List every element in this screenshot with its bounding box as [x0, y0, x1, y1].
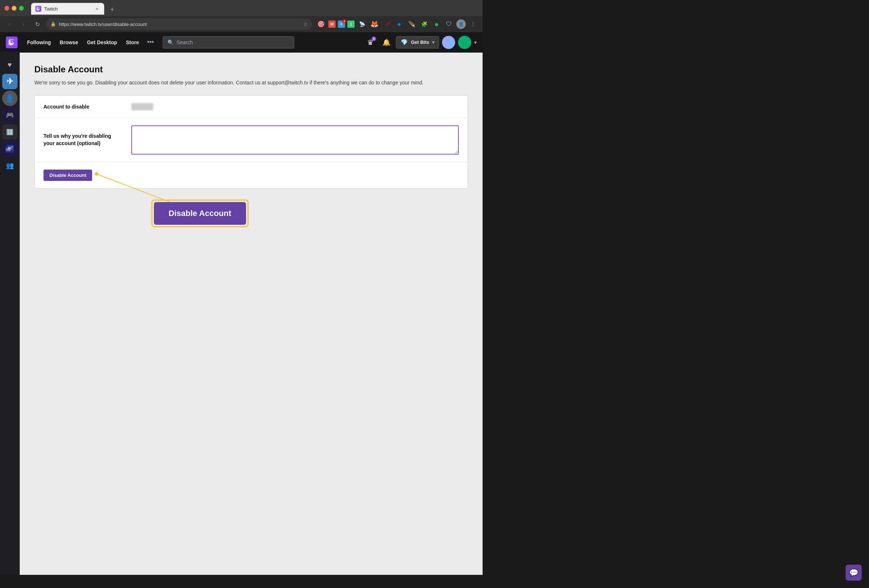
profile-button[interactable]: 👤 [456, 19, 466, 29]
disable-account-form: Account to disable Tell us why you're di… [34, 95, 468, 188]
puzzle-icon[interactable]: 🧩 [419, 19, 429, 29]
prime-badge: 8 [371, 37, 376, 41]
twitch-logo-icon [8, 39, 15, 46]
back-button[interactable]: ‹ [4, 19, 15, 29]
get-desktop-nav-link[interactable]: Get Desktop [83, 37, 121, 47]
sidebar-item-2[interactable]: 👤 [2, 90, 18, 106]
maximize-traffic-light[interactable] [19, 6, 24, 10]
user-menu-caret[interactable]: ▾ [474, 40, 477, 45]
firefox-icon[interactable]: 🦊 [369, 19, 380, 29]
ext-red-button[interactable]: M [328, 21, 336, 28]
sidebar-avatar-4: 🔢 [2, 124, 18, 139]
ext-green-button[interactable]: 1 [347, 21, 354, 28]
twitch-app: Following Browse Get Desktop Store ••• 🔍… [0, 32, 483, 575]
reason-textarea[interactable] [131, 125, 459, 155]
sidebar-item-5[interactable]: 🌌 [2, 141, 18, 156]
page-title: Disable Account [34, 64, 468, 74]
twitch-tab-icon [36, 7, 41, 11]
feather-icon[interactable]: 🪶 [406, 19, 417, 29]
ext-blue-button[interactable]: 8 8 [338, 21, 345, 28]
minimize-traffic-light[interactable] [12, 6, 16, 10]
reason-row: Tell us why you're disablingyour account… [35, 118, 467, 162]
sidebar-item-team[interactable]: 👥 [2, 158, 18, 173]
bits-gem-icon: 💎 [401, 39, 408, 46]
sidebar-avatar-5: 🌌 [2, 141, 18, 156]
browser-chrome: Twitch ✕ + ‹ › ↻ 🔒 https://www.twitch.tv… [0, 0, 483, 32]
shield-icon[interactable]: 🛡 [444, 19, 454, 29]
circle-icon[interactable]: ● [394, 19, 404, 29]
account-value-blurred [131, 103, 153, 110]
sidebar-item-4[interactable]: 🔢 [2, 124, 18, 139]
search-icon: 🔍 [168, 40, 174, 45]
twitch-navbar: Following Browse Get Desktop Store ••• 🔍… [0, 32, 483, 53]
sidebar-item-3[interactable]: 🎮 [2, 107, 18, 123]
tab-close-button[interactable]: ✕ [94, 6, 100, 12]
tab-title: Twitch [44, 6, 91, 12]
url-bar[interactable]: 🔒 https://www.twitch.tv/user/disable-acc… [46, 18, 312, 30]
search-bar[interactable]: 🔍 Search [163, 36, 294, 49]
following-nav-link[interactable]: Following [24, 37, 55, 47]
sidebar: ♥ ✈ 👤 🎮 🔢 [0, 53, 20, 575]
disable-account-small-button[interactable]: Disable Account [43, 170, 92, 181]
lock-icon: 🔒 [50, 22, 56, 27]
app-body: ♥ ✈ 👤 🎮 🔢 [0, 53, 483, 575]
menu-button[interactable]: ⋮ [468, 19, 478, 29]
sidebar-item-1[interactable]: ✈ [2, 74, 18, 89]
prime-button[interactable]: ♛ 8 [364, 36, 377, 49]
page-description: We're sorry to see you go. Disabling you… [34, 79, 468, 87]
team-icon: 👥 [6, 161, 14, 170]
disable-account-big-button[interactable]: Disable Account [154, 202, 246, 225]
address-bar: ‹ › ↻ 🔒 https://www.twitch.tv/user/disab… [0, 16, 483, 32]
forward-button[interactable]: › [18, 19, 28, 29]
close-traffic-light[interactable] [4, 6, 9, 10]
sidebar-avatar-3: 🎮 [2, 107, 18, 123]
new-tab-button[interactable]: + [107, 4, 117, 15]
sidebar-avatar-2: 👤 [2, 90, 18, 106]
pinterest-icon[interactable]: 𝒫 [382, 19, 392, 29]
account-label: Account to disable [43, 104, 131, 110]
bookmark-icon[interactable]: ☆ [303, 21, 308, 27]
reason-label: Tell us why you're disablingyour account… [43, 133, 131, 147]
account-row: Account to disable [35, 96, 467, 118]
browser-tab[interactable]: Twitch ✕ [31, 3, 104, 15]
url-text: https://www.twitch.tv/user/disable-accou… [59, 22, 300, 27]
button-row: Disable Account [35, 162, 467, 188]
user-status-indicator [458, 36, 471, 49]
store-nav-link[interactable]: Store [122, 37, 142, 47]
tab-bar: Twitch ✕ + [27, 1, 478, 15]
pocket-ext-icon[interactable]: 🎯 [316, 19, 326, 29]
big-button-highlight-box: Disable Account [151, 200, 249, 227]
title-bar: Twitch ✕ + [0, 0, 483, 16]
get-bits-label: Get Bits [411, 40, 429, 45]
navbar-right: ♛ 8 🔔 💎 Get Bits ▾ ▾ [364, 36, 477, 49]
disable-account-page: Disable Account We're sorry to see you g… [34, 64, 468, 188]
browse-nav-link[interactable]: Browse [56, 37, 82, 47]
user-avatar-nav[interactable] [442, 36, 455, 49]
sidebar-avatar-1: ✈ [2, 74, 18, 89]
sidebar-item-heart[interactable]: ♥ [2, 57, 18, 73]
notifications-button[interactable]: 🔔 [380, 36, 393, 49]
twitch-logo[interactable] [6, 37, 18, 48]
traffic-lights [4, 6, 24, 10]
browser-actions: 🎯 M 8 8 1 📡 🦊 𝒫 ● 🪶 🧩 ● 🛡 👤 ⋮ [316, 19, 478, 29]
tab-favicon [36, 6, 41, 12]
bell-icon: 🔔 [383, 39, 390, 46]
more-nav-button[interactable]: ••• [144, 37, 157, 47]
bits-caret-icon: ▾ [432, 40, 434, 45]
get-bits-button[interactable]: 💎 Get Bits ▾ [396, 36, 439, 49]
nav-links: Following Browse Get Desktop Store ••• [24, 37, 157, 47]
green-dot-icon: ● [432, 19, 442, 29]
cast-icon[interactable]: 📡 [357, 19, 367, 29]
search-placeholder: Search [176, 40, 193, 45]
heart-icon: ♥ [8, 61, 12, 69]
refresh-button[interactable]: ↻ [32, 19, 42, 29]
main-content: Disable Account We're sorry to see you g… [20, 53, 483, 575]
